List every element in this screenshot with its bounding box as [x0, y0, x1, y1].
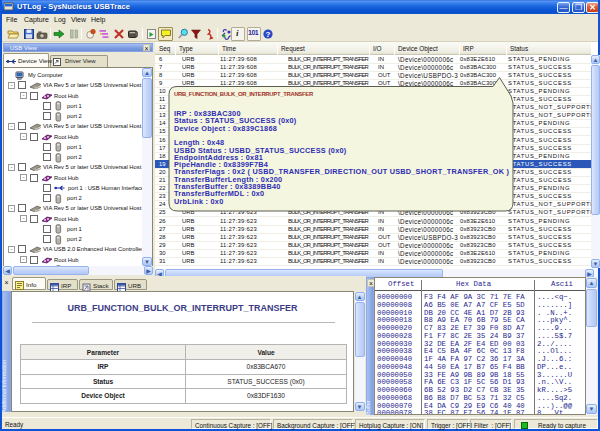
- svg-text:?: ?: [266, 30, 271, 39]
